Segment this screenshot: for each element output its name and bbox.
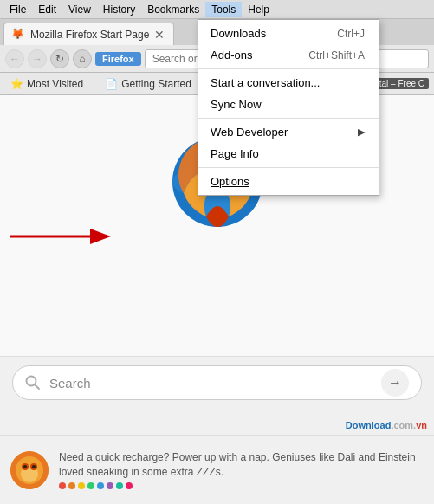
tip-text-container: Need a quick recharge? Power up with a n… (59, 450, 424, 490)
search-area: Search → (0, 356, 434, 409)
bookmark-separator (94, 77, 94, 91)
color-dot (97, 482, 104, 489)
downloads-label: Downloads (211, 27, 266, 40)
color-dot (59, 482, 66, 489)
search-go-button[interactable]: → (381, 369, 409, 397)
bookmark-most-visited-label: Most Visited (27, 78, 83, 90)
menu-edit[interactable]: Edit (32, 2, 62, 17)
options-label: Options (211, 175, 249, 188)
tab-title: Mozilla Firefox Start Page (30, 29, 149, 41)
firefox-badge: Firefox (95, 52, 141, 66)
search-icon (25, 375, 41, 391)
arrow-annotation (10, 223, 114, 252)
addons-shortcut: Ctrl+Shift+A (308, 49, 365, 61)
color-dot (78, 482, 85, 489)
bottom-tip: Need a quick recharge? Power up with a n… (0, 435, 434, 504)
color-dot (116, 482, 123, 489)
color-dot (87, 482, 94, 489)
page-info-label: Page Info (211, 147, 259, 160)
menu-item-options[interactable]: Options (198, 171, 379, 192)
color-dot (68, 482, 75, 489)
menu-divider-1 (198, 68, 379, 69)
most-visited-icon: ⭐ (10, 78, 23, 90)
menu-item-downloads[interactable]: Downloads Ctrl+J (198, 23, 379, 44)
watermark: Download.com.vn (346, 420, 427, 430)
menu-divider-3 (198, 167, 379, 168)
tab-close-button[interactable]: ✕ (154, 28, 165, 42)
tab-favicon: 🦊 (11, 28, 25, 42)
tip-text: Need a quick recharge? Power up with a n… (59, 451, 416, 478)
menu-bookmarks[interactable]: Bookmarks (141, 2, 205, 17)
svg-point-13 (32, 465, 36, 468)
menu-item-addons[interactable]: Add-ons Ctrl+Shift+A (198, 44, 379, 66)
bookmark-getting-started-label: Getting Started (121, 78, 191, 90)
start-conversation-label: Start a conversation... (211, 76, 320, 89)
downloads-shortcut: Ctrl+J (337, 28, 365, 40)
browser-tab[interactable]: 🦊 Mozilla Firefox Start Page ✕ (3, 23, 174, 45)
menu-item-web-developer[interactable]: Web Developer ▶ (198, 121, 379, 143)
menu-file[interactable]: File (3, 2, 32, 17)
back-button[interactable]: ← (5, 49, 24, 68)
color-dots (59, 482, 424, 489)
bookmark-most-visited[interactable]: ⭐ Most Visited (5, 76, 88, 92)
svg-line-6 (36, 385, 40, 390)
home-button[interactable]: ⌂ (73, 49, 92, 68)
web-developer-arrow: ▶ (358, 126, 365, 138)
search-placeholder[interactable]: Search (49, 376, 381, 391)
web-developer-label: Web Developer (211, 126, 288, 139)
reload-button[interactable]: ↻ (50, 49, 69, 68)
sync-now-label: Sync Now (211, 98, 262, 111)
svg-point-5 (27, 377, 36, 386)
watermark-download: Download (346, 420, 392, 430)
menu-history[interactable]: History (97, 2, 141, 17)
color-dot (126, 482, 133, 489)
menu-item-page-info[interactable]: Page Info (198, 143, 379, 165)
menu-item-sync-now[interactable]: Sync Now (198, 94, 379, 115)
menu-tools[interactable]: Tools (205, 2, 242, 17)
menu-divider-2 (198, 118, 379, 119)
menu-bar: File Edit View History Bookmarks Tools H… (0, 0, 434, 19)
color-dot (107, 482, 113, 489)
menu-item-start-conversation[interactable]: Start a conversation... (198, 72, 379, 94)
tip-fox-icon (10, 451, 49, 489)
search-box: Search → (12, 365, 422, 400)
bookmark-getting-started[interactable]: 📄 Getting Started (100, 76, 197, 92)
tip-icon (10, 451, 49, 489)
tools-dropdown-menu: Downloads Ctrl+J Add-ons Ctrl+Shift+A St… (198, 19, 379, 196)
watermark-com: com (393, 420, 413, 430)
menu-help[interactable]: Help (242, 2, 275, 17)
forward-button[interactable]: → (28, 49, 47, 68)
addons-label: Add-ons (211, 48, 252, 61)
watermark-vn: vn (416, 420, 427, 430)
getting-started-icon: 📄 (105, 78, 118, 90)
menu-view[interactable]: View (62, 2, 97, 17)
svg-point-12 (23, 465, 27, 468)
